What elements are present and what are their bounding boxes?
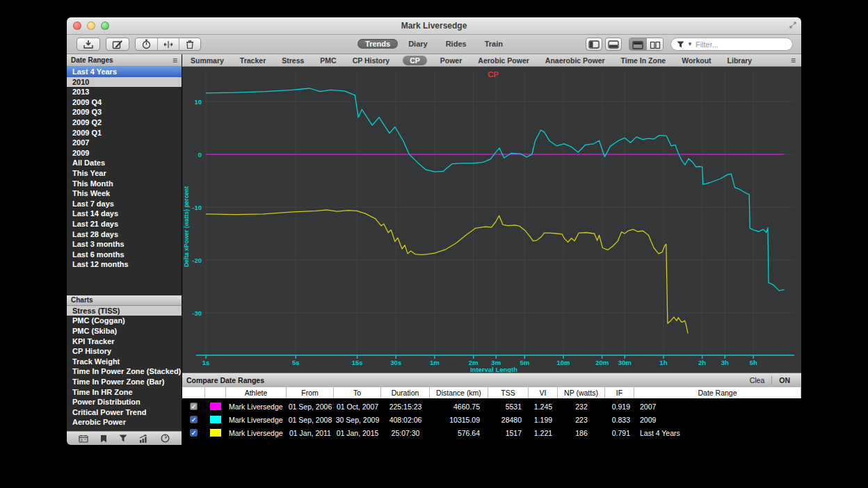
column-header-tss: TSS xyxy=(488,387,529,398)
cell-athlete: Mark Liversedge xyxy=(226,426,287,439)
compare-bar: Compare Date Ranges Clea ON xyxy=(182,373,801,387)
cell-vi: 1.221 xyxy=(529,426,558,439)
date-range-last-21-days[interactable]: Last 21 days xyxy=(67,219,182,229)
filter-field[interactable]: ▼ xyxy=(670,38,793,51)
date-range-this-week[interactable]: This Week xyxy=(67,188,182,199)
date-range-last-3-months[interactable]: Last 3 months xyxy=(67,239,182,250)
tab-pmc[interactable]: PMC xyxy=(317,56,339,65)
column-header-if: IF xyxy=(605,387,634,398)
compare-title: Compare Date Ranges xyxy=(186,376,264,384)
filter-input[interactable] xyxy=(696,40,779,49)
date-range-last-28-days[interactable]: Last 28 days xyxy=(67,229,182,240)
chart-item-time-in-power-zone-stacked[interactable]: Time In Power Zone (Stacked) xyxy=(67,366,182,377)
filter-dropdown-icon[interactable]: ▼ xyxy=(687,41,693,47)
column-header-distance-km: Distance (km) xyxy=(430,387,488,398)
series-color-swatch xyxy=(210,402,221,410)
table-row-last-4-years: ✓Mark Liversedge01 Jan, 201101 Jan, 2015… xyxy=(182,426,801,439)
view-button-train[interactable]: Train xyxy=(477,39,511,49)
view-button-trends[interactable]: Trends xyxy=(357,39,398,49)
y-tick-label: -20 xyxy=(192,257,202,264)
layout-switcher xyxy=(629,38,664,51)
calendar-icon[interactable] xyxy=(79,434,88,443)
toggle-bottombar-button[interactable] xyxy=(605,38,622,51)
gauge-icon[interactable] xyxy=(161,434,170,443)
row-checkbox[interactable]: ✓ xyxy=(190,402,198,410)
date-range-2009[interactable]: 2009 xyxy=(67,148,182,158)
date-range-last-4-years[interactable]: Last 4 Years xyxy=(67,67,182,77)
chart-trend-icon[interactable] xyxy=(139,434,149,443)
view-button-rides[interactable]: Rides xyxy=(438,39,474,49)
chart-item-track-weight[interactable]: Track Weight xyxy=(67,357,182,367)
chart-tabs: SummaryTrackerStressPMCCP HistoryCPPower… xyxy=(188,56,755,65)
cp-chart: 1s5s15s30s1m2m3m5m10m20m30m1h2h3h5hInter… xyxy=(182,67,801,373)
date-range-2007[interactable]: 2007 xyxy=(67,138,182,148)
column-header-1 xyxy=(205,387,226,398)
tab-library[interactable]: Library xyxy=(725,56,755,65)
bookmark-icon[interactable] xyxy=(100,434,107,443)
cell-athlete: Mark Liversedge xyxy=(226,400,287,413)
tabbar-menu-icon[interactable]: ≡ xyxy=(791,56,796,65)
date-range-2013[interactable]: 2013 xyxy=(67,87,182,97)
cell-to: 01 Oct, 2007 xyxy=(334,400,381,413)
y-tick-label: 10 xyxy=(194,98,202,106)
date-range-2009-q4[interactable]: 2009 Q4 xyxy=(67,97,182,108)
chart-line-last-4-years xyxy=(206,210,688,334)
tiled-view-button[interactable] xyxy=(646,38,663,51)
tab-anaerobic-power[interactable]: Anaerobic Power xyxy=(542,56,608,65)
tab-time-in-zone[interactable]: Time In Zone xyxy=(618,56,669,65)
date-range-this-month[interactable]: This Month xyxy=(67,179,182,189)
row-checkbox[interactable]: ✓ xyxy=(190,429,198,437)
cell-vi: 1.245 xyxy=(529,400,558,413)
resize-icon[interactable] xyxy=(789,21,797,29)
date-range-last-12-months[interactable]: Last 12 months xyxy=(67,259,182,270)
tab-cp[interactable]: CP xyxy=(403,56,427,65)
cell-duration: 225:15:23 xyxy=(381,400,430,413)
compare-clear-button[interactable]: Clea xyxy=(743,376,772,384)
tab-stress[interactable]: Stress xyxy=(279,56,307,65)
chart-item-time-in-power-zone-bar[interactable]: Time In Power Zone (Bar) xyxy=(67,377,182,387)
chart-item-critical-power-trend[interactable]: Critical Power Trend xyxy=(67,407,182,418)
charts-title: Charts xyxy=(71,296,93,304)
cell-duration: 25:07:30 xyxy=(381,426,430,439)
date-range-last-7-days[interactable]: Last 7 days xyxy=(67,199,182,209)
chart-item-aerobic-power[interactable]: Aerobic Power xyxy=(67,417,182,428)
date-range-2010[interactable]: 2010 xyxy=(67,77,182,88)
date-range-2009-q2[interactable]: 2009 Q2 xyxy=(67,117,182,128)
column-header-from: From xyxy=(287,387,334,398)
tabbed-view-button[interactable] xyxy=(629,38,646,51)
funnel-icon[interactable] xyxy=(119,434,127,442)
chart-item-kpi-tracker[interactable]: KPI Tracker xyxy=(67,336,182,347)
date-range-2009-q1[interactable]: 2009 Q1 xyxy=(67,128,182,138)
date-ranges-list: Last 4 Years201020132009 Q42009 Q32009 Q… xyxy=(67,67,182,270)
x-tick-label: 20m xyxy=(595,359,609,366)
toggle-sidebar-button[interactable] xyxy=(586,38,602,51)
date-ranges-title: Date Ranges xyxy=(71,56,113,64)
tabbed-view-icon xyxy=(632,41,643,49)
tab-aerobic-power[interactable]: Aerobic Power xyxy=(475,56,532,65)
chart-item-power-distribution[interactable]: Power Distribution xyxy=(67,397,182,407)
date-ranges-menu-icon[interactable]: ≡ xyxy=(172,56,177,65)
chart-item-stress-tiss[interactable]: Stress (TISS) xyxy=(67,306,182,316)
tab-summary[interactable]: Summary xyxy=(188,56,227,65)
tab-workout[interactable]: Workout xyxy=(679,56,714,65)
tab-tracker[interactable]: Tracker xyxy=(237,56,268,65)
cell-from: 01 Sep, 2006 xyxy=(287,400,334,413)
date-range-last-6-months[interactable]: Last 6 months xyxy=(67,250,182,260)
main-toolbar: TrendsDiaryRidesTrain xyxy=(67,35,801,54)
date-range-2009-q3[interactable]: 2009 Q3 xyxy=(67,107,182,117)
date-range-this-year[interactable]: This Year xyxy=(67,168,182,179)
x-axis-title: Interval Length xyxy=(470,366,517,373)
cell-tss: 28480 xyxy=(488,413,529,426)
tab-cp-history[interactable]: CP History xyxy=(350,56,393,65)
compare-on-button[interactable]: ON xyxy=(771,376,797,384)
tab-power[interactable]: Power xyxy=(437,56,465,65)
date-range-last-14-days[interactable]: Last 14 days xyxy=(67,209,182,219)
date-range-all-dates[interactable]: All Dates xyxy=(67,158,182,168)
view-button-diary[interactable]: Diary xyxy=(401,39,435,49)
chart-item-pmc-skiba[interactable]: PMC (Skiba) xyxy=(67,326,182,336)
row-checkbox[interactable]: ✓ xyxy=(190,416,198,423)
chart-item-pmc-coggan[interactable]: PMC (Coggan) xyxy=(67,316,182,326)
chart-item-time-in-hr-zone[interactable]: Time In HR Zone xyxy=(67,387,182,398)
chart-item-cp-history[interactable]: CP History xyxy=(67,346,182,357)
checkbox-cell: ✓ xyxy=(182,426,205,439)
